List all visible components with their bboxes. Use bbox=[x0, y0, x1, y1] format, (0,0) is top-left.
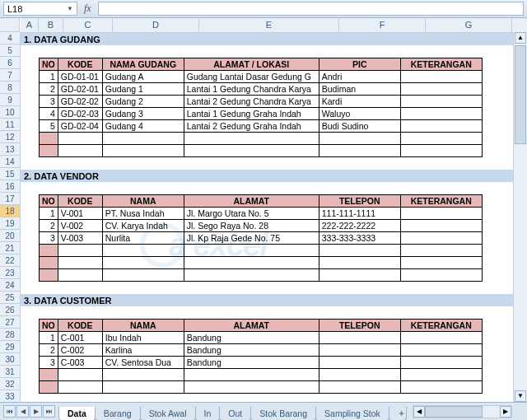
tab-nav-next[interactable]: ▶ bbox=[30, 405, 42, 418]
vertical-scroll-thumb[interactable] bbox=[515, 45, 526, 144]
row-header-30[interactable]: 30 bbox=[0, 353, 20, 366]
row-header-4[interactable]: 4 bbox=[0, 32, 20, 44]
row-header-8[interactable]: 8 bbox=[0, 82, 20, 94]
cell-kode[interactable]: C-002 bbox=[58, 344, 102, 357]
row-header-29[interactable]: 29 bbox=[0, 341, 20, 353]
table-row[interactable]: 5GD-02-04Gudang 4Lantai 2 Gedung Graha I… bbox=[40, 120, 483, 133]
row-header-23[interactable]: 23 bbox=[0, 267, 20, 279]
table-row[interactable]: 3V-003NurlitaJl. Kp Raja Gede No. 75333-… bbox=[40, 232, 483, 245]
table-row[interactable]: 3C-003CV. Sentosa DuaBandung bbox=[40, 357, 483, 369]
sheet-tab-in[interactable]: In bbox=[195, 407, 221, 421]
table-row[interactable]: 2V-002CV. Karya IndahJl. Sego Raya No. 2… bbox=[40, 220, 483, 232]
table-row[interactable]: 1V-001PT. Nusa IndahJl. Margo Utara No. … bbox=[40, 208, 483, 220]
cell-nama[interactable]: CV. Karya Indah bbox=[102, 220, 184, 232]
cell-nama[interactable]: Gudang 3 bbox=[102, 108, 184, 120]
row-header-14[interactable]: 14 bbox=[0, 156, 20, 168]
row-header-24[interactable]: 24 bbox=[0, 279, 20, 292]
cell-alamat[interactable]: Bandung bbox=[184, 344, 319, 357]
cell-no[interactable]: 3 bbox=[40, 232, 58, 245]
cell-no[interactable]: 1 bbox=[40, 208, 58, 220]
row-header-19[interactable]: 19 bbox=[0, 217, 20, 230]
sheet-tab-out[interactable]: Out bbox=[219, 407, 251, 421]
horizontal-scroll-thumb[interactable] bbox=[425, 406, 483, 418]
cell-kode[interactable]: C-001 bbox=[58, 332, 102, 344]
cell-no[interactable]: 5 bbox=[40, 120, 58, 133]
cell-pic[interactable]: Kardi bbox=[319, 96, 400, 108]
cell-nama[interactable]: PT. Nusa Indah bbox=[102, 208, 184, 220]
cell-kode[interactable]: V-002 bbox=[58, 220, 102, 232]
table-row-empty[interactable] bbox=[40, 369, 483, 381]
cell-no[interactable]: 2 bbox=[40, 344, 58, 357]
cell-tel[interactable] bbox=[319, 357, 400, 369]
scroll-right-button[interactable]: ▶ bbox=[500, 406, 511, 418]
cell-no[interactable]: 3 bbox=[40, 357, 58, 369]
row-header-15[interactable]: 15 bbox=[0, 168, 20, 180]
table-row[interactable]: 4GD-02-03Gudang 3Lantai 1 Gedung Graha I… bbox=[40, 108, 483, 120]
row-header-21[interactable]: 21 bbox=[0, 242, 20, 254]
sheet-tab-barang[interactable]: Barang bbox=[95, 407, 141, 421]
cell-tel[interactable]: 222-222-2222 bbox=[319, 220, 400, 232]
vertical-scrollbar[interactable]: ▲ ▼ bbox=[513, 32, 527, 402]
cell-no[interactable]: 4 bbox=[40, 108, 58, 120]
cell-ket[interactable] bbox=[400, 220, 482, 232]
sheet-tab-stok-barang[interactable]: Stok Barang bbox=[250, 407, 316, 421]
row-header-5[interactable]: 5 bbox=[0, 44, 20, 57]
cell-ket[interactable] bbox=[400, 71, 482, 83]
row-header-26[interactable]: 26 bbox=[0, 304, 20, 316]
table-row[interactable]: 1C-001Ibu IndahBandung bbox=[40, 332, 483, 344]
row-header-13[interactable]: 13 bbox=[0, 143, 20, 156]
cell-kode[interactable]: V-003 bbox=[58, 232, 102, 245]
row-header-16[interactable]: 16 bbox=[0, 180, 20, 193]
cell-nama[interactable]: Gudang A bbox=[102, 71, 184, 83]
cell-ket[interactable] bbox=[400, 120, 482, 133]
column-header-C[interactable]: C bbox=[63, 18, 113, 32]
row-header-7[interactable]: 7 bbox=[0, 69, 20, 82]
cell-pic[interactable]: Waluyo bbox=[319, 108, 400, 120]
table-row-empty[interactable] bbox=[40, 381, 483, 394]
table-row-empty[interactable] bbox=[40, 245, 483, 257]
row-header-12[interactable]: 12 bbox=[0, 131, 20, 143]
cell-no[interactable]: 3 bbox=[40, 96, 58, 108]
table-row[interactable]: 3GD-02-02Gudang 2Lantai 2 Gedung Chandra… bbox=[40, 96, 483, 108]
cell-nama[interactable]: Karlina bbox=[102, 344, 184, 357]
scroll-down-button[interactable]: ▼ bbox=[515, 390, 526, 402]
row-header-28[interactable]: 28 bbox=[0, 329, 20, 341]
formula-input[interactable] bbox=[98, 2, 524, 16]
cell-kode[interactable]: V-001 bbox=[58, 208, 102, 220]
cell-alamat[interactable]: Lantai 2 Gedung Chandra Karya bbox=[184, 96, 319, 108]
table-row[interactable]: 2C-002KarlinaBandung bbox=[40, 344, 483, 357]
cell-pic[interactable]: Budi Sudino bbox=[319, 120, 400, 133]
row-header-18[interactable]: 18 bbox=[0, 205, 20, 217]
row-header-6[interactable]: 6 bbox=[0, 57, 20, 69]
cell-alamat[interactable]: Lantai 2 Gedung Graha Indah bbox=[184, 120, 319, 133]
cells-area[interactable]: a excel 1. DATA GUDANGNOKODENAMA GUDANGA… bbox=[21, 33, 527, 402]
tab-nav-last[interactable]: ⏭ bbox=[43, 405, 55, 418]
tab-nav-prev[interactable]: ◀ bbox=[16, 405, 29, 418]
sheet-tab-stok-awal[interactable]: Stok Awal bbox=[140, 407, 196, 421]
cell-alamat[interactable]: Jl. Kp Raja Gede No. 75 bbox=[184, 232, 319, 245]
cell-alamat[interactable]: Jl. Margo Utara No. 5 bbox=[184, 208, 319, 220]
new-sheet-button[interactable]: ✦ bbox=[389, 407, 407, 421]
row-header-10[interactable]: 10 bbox=[0, 106, 20, 119]
cell-alamat[interactable]: Lantai 1 Gedung Graha Indah bbox=[184, 108, 319, 120]
row-header-25[interactable]: 25 bbox=[0, 292, 20, 304]
column-header-E[interactable]: E bbox=[199, 18, 339, 32]
column-header-A[interactable]: A bbox=[21, 18, 39, 32]
row-header-9[interactable]: 9 bbox=[0, 94, 20, 106]
scroll-left-button[interactable]: ◀ bbox=[413, 406, 425, 418]
table-row[interactable]: 2GD-02-01Gudang 1Lantai 1 Gedung Chandra… bbox=[40, 83, 483, 96]
cell-no[interactable]: 1 bbox=[40, 71, 58, 83]
cell-pic[interactable]: Budiman bbox=[319, 83, 400, 96]
tab-nav-first[interactable]: ⏮ bbox=[3, 405, 16, 418]
cell-nama[interactable]: Nurlita bbox=[102, 232, 184, 245]
table-row-empty[interactable] bbox=[40, 269, 483, 282]
row-header-33[interactable]: 33 bbox=[0, 390, 20, 403]
name-box[interactable]: L18 ▼ bbox=[3, 2, 77, 16]
sheet-tab-sampling-stok[interactable]: Sampling Stok bbox=[315, 407, 389, 421]
cell-kode[interactable]: GD-02-03 bbox=[58, 108, 102, 120]
cell-kode[interactable]: GD-02-04 bbox=[58, 120, 102, 133]
row-header-31[interactable]: 31 bbox=[0, 366, 20, 378]
cell-nama[interactable]: Gudang 2 bbox=[102, 96, 184, 108]
cell-alamat[interactable]: Jl. Sego Raya No. 28 bbox=[184, 220, 319, 232]
cell-kode[interactable]: GD-02-01 bbox=[58, 83, 102, 96]
